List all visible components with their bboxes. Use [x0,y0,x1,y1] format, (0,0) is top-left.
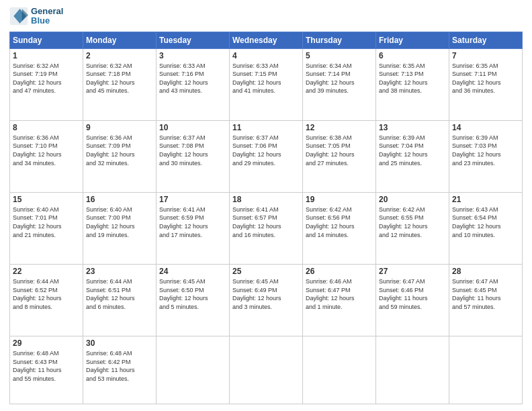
calendar-cell: 23Sunrise: 6:44 AMSunset: 6:51 PMDayligh… [83,265,157,336]
week-row-2: 8Sunrise: 6:36 AMSunset: 7:10 PMDaylight… [10,120,523,192]
calendar-cell: 8Sunrise: 6:36 AMSunset: 7:10 PMDaylight… [10,120,83,192]
calendar-cell: 7Sunrise: 6:35 AMSunset: 7:11 PMDaylight… [449,48,523,120]
cell-info: Sunrise: 6:32 AMSunset: 7:19 PMDaylight:… [13,62,62,95]
day-number: 4 [232,51,300,60]
day-number: 27 [379,267,446,276]
cell-info: Sunrise: 6:42 AMSunset: 6:56 PMDaylight:… [306,206,355,238]
calendar-cell: 25Sunrise: 6:45 AMSunset: 6:49 PMDayligh… [230,265,303,336]
day-number: 3 [159,51,226,60]
weekday-thursday: Thursday [303,32,376,48]
day-number: 28 [452,267,519,276]
cell-info: Sunrise: 6:34 AMSunset: 7:14 PMDaylight:… [306,62,355,95]
calendar-cell: 30Sunrise: 6:48 AMSunset: 6:42 PMDayligh… [83,336,157,404]
calendar-cell [376,336,449,404]
weekday-wednesday: Wednesday [230,32,303,48]
calendar-cell: 17Sunrise: 6:41 AMSunset: 6:59 PMDayligh… [157,192,230,264]
day-number: 11 [232,123,300,132]
calendar-cell: 9Sunrise: 6:36 AMSunset: 7:09 PMDaylight… [83,120,157,192]
cell-info: Sunrise: 6:46 AMSunset: 6:47 PMDaylight:… [306,278,355,310]
page: General Blue SundayMondayTuesdayWednesda… [0,0,532,411]
logo: General Blue [9,7,63,26]
cell-info: Sunrise: 6:38 AMSunset: 7:05 PMDaylight:… [306,134,355,167]
calendar-cell: 16Sunrise: 6:40 AMSunset: 7:00 PMDayligh… [83,192,157,264]
day-number: 22 [13,267,80,276]
calendar-cell: 6Sunrise: 6:35 AMSunset: 7:13 PMDaylight… [376,48,449,120]
cell-info: Sunrise: 6:40 AMSunset: 7:00 PMDaylight:… [86,206,135,238]
day-number: 12 [306,123,373,132]
week-row-3: 15Sunrise: 6:40 AMSunset: 7:01 PMDayligh… [10,192,523,264]
calendar-cell: 27Sunrise: 6:47 AMSunset: 6:46 PMDayligh… [376,265,449,336]
day-number: 16 [86,195,153,204]
day-number: 14 [452,123,519,132]
day-number: 7 [452,51,519,60]
day-number: 21 [452,195,519,204]
day-number: 2 [86,51,153,60]
day-number: 10 [159,123,226,132]
day-number: 25 [232,267,300,276]
cell-info: Sunrise: 6:47 AMSunset: 6:45 PMDaylight:… [452,278,501,310]
calendar-cell: 15Sunrise: 6:40 AMSunset: 7:01 PMDayligh… [10,192,83,264]
calendar-cell: 26Sunrise: 6:46 AMSunset: 6:47 PMDayligh… [303,265,376,336]
day-number: 20 [379,195,446,204]
cell-info: Sunrise: 6:42 AMSunset: 6:55 PMDaylight:… [379,206,428,238]
cell-info: Sunrise: 6:47 AMSunset: 6:46 PMDaylight:… [379,278,428,310]
calendar-cell: 5Sunrise: 6:34 AMSunset: 7:14 PMDaylight… [303,48,376,120]
cell-info: Sunrise: 6:35 AMSunset: 7:13 PMDaylight:… [379,62,428,95]
cell-info: Sunrise: 6:40 AMSunset: 7:01 PMDaylight:… [13,206,62,238]
calendar-cell: 14Sunrise: 6:39 AMSunset: 7:03 PMDayligh… [449,120,523,192]
day-number: 9 [86,123,153,132]
calendar-cell: 29Sunrise: 6:48 AMSunset: 6:43 PMDayligh… [10,336,83,404]
calendar-cell: 21Sunrise: 6:43 AMSunset: 6:54 PMDayligh… [449,192,523,264]
logo-icon [9,7,28,26]
cell-info: Sunrise: 6:39 AMSunset: 7:04 PMDaylight:… [379,134,428,167]
day-number: 5 [306,51,373,60]
calendar-table: SundayMondayTuesdayWednesdayThursdayFrid… [9,32,523,404]
calendar-cell [449,336,523,404]
calendar-cell: 12Sunrise: 6:38 AMSunset: 7:05 PMDayligh… [303,120,376,192]
cell-info: Sunrise: 6:33 AMSunset: 7:16 PMDaylight:… [159,62,208,95]
cell-info: Sunrise: 6:35 AMSunset: 7:11 PMDaylight:… [452,62,501,95]
cell-info: Sunrise: 6:41 AMSunset: 6:57 PMDaylight:… [232,206,281,238]
week-row-1: 1Sunrise: 6:32 AMSunset: 7:19 PMDaylight… [10,48,523,120]
cell-info: Sunrise: 6:48 AMSunset: 6:42 PMDaylight:… [86,350,135,382]
calendar-cell: 20Sunrise: 6:42 AMSunset: 6:55 PMDayligh… [376,192,449,264]
calendar-cell: 11Sunrise: 6:37 AMSunset: 7:06 PMDayligh… [230,120,303,192]
weekday-sunday: Sunday [10,32,83,48]
calendar-cell: 13Sunrise: 6:39 AMSunset: 7:04 PMDayligh… [376,120,449,192]
weekday-monday: Monday [83,32,157,48]
day-number: 19 [306,195,373,204]
weekday-tuesday: Tuesday [157,32,230,48]
day-number: 24 [159,267,226,276]
cell-info: Sunrise: 6:33 AMSunset: 7:15 PMDaylight:… [232,62,281,95]
day-number: 18 [232,195,300,204]
day-number: 17 [159,195,226,204]
cell-info: Sunrise: 6:37 AMSunset: 7:06 PMDaylight:… [232,134,281,167]
day-number: 6 [379,51,446,60]
calendar-cell: 2Sunrise: 6:32 AMSunset: 7:18 PMDaylight… [83,48,157,120]
day-number: 8 [13,123,80,132]
weekday-saturday: Saturday [449,32,523,48]
day-number: 15 [13,195,80,204]
calendar-cell [303,336,376,404]
cell-info: Sunrise: 6:41 AMSunset: 6:59 PMDaylight:… [159,206,208,238]
weekday-friday: Friday [376,32,449,48]
cell-info: Sunrise: 6:48 AMSunset: 6:43 PMDaylight:… [13,350,62,382]
day-number: 1 [13,51,80,60]
calendar-cell: 3Sunrise: 6:33 AMSunset: 7:16 PMDaylight… [157,48,230,120]
cell-info: Sunrise: 6:36 AMSunset: 7:09 PMDaylight:… [86,134,135,167]
cell-info: Sunrise: 6:39 AMSunset: 7:03 PMDaylight:… [452,134,501,167]
day-number: 23 [86,267,153,276]
header: General Blue [9,7,523,26]
day-number: 26 [306,267,373,276]
weekday-header-row: SundayMondayTuesdayWednesdayThursdayFrid… [10,32,523,48]
calendar-cell [230,336,303,404]
cell-info: Sunrise: 6:43 AMSunset: 6:54 PMDaylight:… [452,206,501,238]
week-row-5: 29Sunrise: 6:48 AMSunset: 6:43 PMDayligh… [10,336,523,404]
calendar-cell: 10Sunrise: 6:37 AMSunset: 7:08 PMDayligh… [157,120,230,192]
calendar-cell: 18Sunrise: 6:41 AMSunset: 6:57 PMDayligh… [230,192,303,264]
logo-text: General Blue [31,7,63,26]
calendar-cell: 19Sunrise: 6:42 AMSunset: 6:56 PMDayligh… [303,192,376,264]
calendar-cell [157,336,230,404]
day-number: 13 [379,123,446,132]
week-row-4: 22Sunrise: 6:44 AMSunset: 6:52 PMDayligh… [10,265,523,336]
